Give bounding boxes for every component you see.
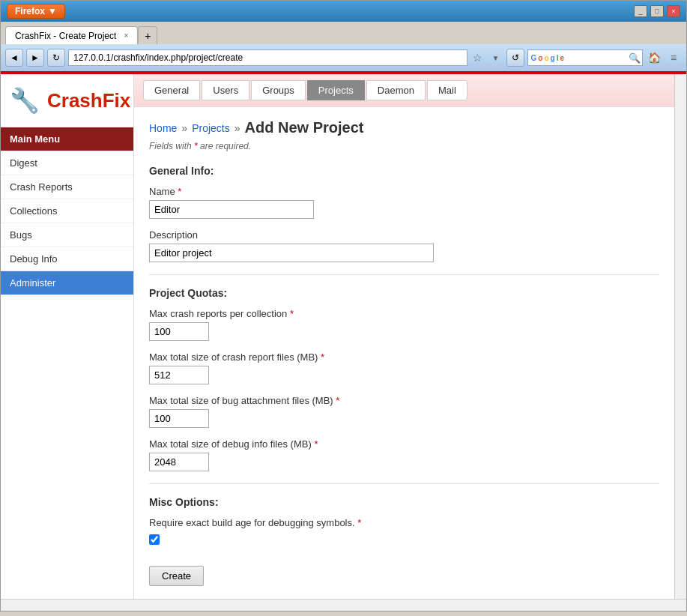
- title-bar: Firefox ▼ _ □ ×: [1, 1, 686, 22]
- max-bug-input[interactable]: [149, 409, 209, 428]
- new-tab-button[interactable]: +: [138, 26, 157, 44]
- description-label: Description: [149, 229, 659, 241]
- bookmark-star-icon[interactable]: ☆: [470, 49, 485, 66]
- sidebar-item-debug-info[interactable]: Debug Info: [1, 247, 133, 271]
- browser-tab-active[interactable]: CrashFix - Create Project ×: [5, 26, 138, 44]
- firefox-button[interactable]: Firefox ▼: [7, 4, 65, 19]
- max-debug-label: Max total size of debug info files (MB) …: [149, 438, 659, 450]
- required-note: Fields with * are required.: [149, 141, 659, 151]
- breadcrumb-sep1: »: [181, 122, 187, 134]
- tab-mail[interactable]: Mail: [427, 80, 467, 100]
- logo-area: 🔧 CrashFix: [1, 74, 133, 127]
- address-bar-area: ◄ ► ↻ ☆ ▼ ↺ Google 🔍 🏠 ≡: [1, 44, 686, 71]
- create-button[interactable]: Create: [149, 566, 204, 586]
- back-button[interactable]: ◄: [5, 49, 23, 67]
- browser-window: Firefox ▼ _ □ × CrashFix - Create Projec…: [0, 0, 687, 612]
- description-field-group: Description: [149, 229, 659, 262]
- address-input[interactable]: [68, 49, 467, 66]
- require-build-checkbox[interactable]: [149, 534, 160, 545]
- max-total-size-label: Max total size of crash report files (MB…: [149, 351, 659, 363]
- sidebar-item-main-menu[interactable]: Main Menu: [1, 127, 133, 151]
- divider-2: [149, 483, 659, 484]
- content-area: 🔧 CrashFix Main Menu Digest Crash Report…: [1, 74, 686, 599]
- minimize-button[interactable]: _: [634, 5, 647, 17]
- search-submit-icon[interactable]: 🔍: [627, 52, 642, 64]
- name-required-star: *: [178, 186, 181, 197]
- maximize-button[interactable]: □: [650, 5, 664, 17]
- required-star: *: [194, 141, 198, 151]
- tab-title: CrashFix - Create Project: [15, 31, 116, 41]
- max-debug-star: *: [314, 438, 318, 450]
- max-bug-star: *: [336, 395, 339, 406]
- name-label: Name *: [149, 186, 659, 197]
- breadcrumb-home-link[interactable]: Home: [149, 122, 177, 134]
- horizontal-scrollbar[interactable]: [1, 599, 686, 611]
- max-total-star: *: [321, 351, 324, 363]
- breadcrumb-sep2: »: [234, 122, 240, 134]
- search-area: Google 🔍: [527, 49, 643, 66]
- sidebar-item-bugs[interactable]: Bugs: [1, 223, 133, 247]
- require-build-group: Require exact build age for debugging sy…: [149, 517, 659, 545]
- search-engine-label: Google: [528, 54, 567, 62]
- quotas-header: Project Quotas:: [149, 287, 659, 299]
- description-input[interactable]: [149, 244, 434, 262]
- tab-daemon[interactable]: Daemon: [366, 80, 426, 100]
- max-crash-label: Max crash reports per collection *: [149, 308, 659, 319]
- tab-users[interactable]: Users: [202, 80, 249, 100]
- tab-groups[interactable]: Groups: [251, 80, 306, 100]
- sidebar: 🔧 CrashFix Main Menu Digest Crash Report…: [1, 74, 134, 599]
- general-info-header: General Info:: [149, 165, 659, 177]
- breadcrumb-projects-link[interactable]: Projects: [192, 122, 230, 134]
- search-input[interactable]: [567, 50, 627, 65]
- top-tabs: General Users Groups Projects Daemon Mai…: [134, 74, 674, 107]
- require-build-checkbox-row: [149, 534, 659, 545]
- max-total-size-group: Max total size of crash report files (MB…: [149, 351, 659, 384]
- page-title: Add New Project: [245, 119, 364, 136]
- tab-bar: CrashFix - Create Project × +: [1, 22, 686, 44]
- max-bug-group: Max total size of bug attachment files (…: [149, 395, 659, 428]
- reload-button[interactable]: ↺: [506, 49, 524, 67]
- firefox-dropdown-icon: ▼: [48, 6, 57, 16]
- close-button[interactable]: ×: [667, 5, 680, 17]
- sidebar-item-crash-reports[interactable]: Crash Reports: [1, 175, 133, 199]
- refresh-dropdown-icon[interactable]: ▼: [488, 49, 503, 66]
- sidebar-nav: Main Menu Digest Crash Reports Collectio…: [1, 127, 133, 295]
- browser-menu-button[interactable]: ≡: [665, 49, 682, 66]
- refresh-button[interactable]: ↻: [47, 49, 65, 67]
- tab-close-icon[interactable]: ×: [124, 31, 128, 40]
- name-input[interactable]: [149, 200, 314, 219]
- tab-projects[interactable]: Projects: [307, 80, 365, 100]
- max-crash-input[interactable]: [149, 322, 209, 341]
- max-total-size-input[interactable]: [149, 366, 209, 384]
- main-panel: General Users Groups Projects Daemon Mai…: [134, 74, 674, 599]
- sidebar-item-digest[interactable]: Digest: [1, 151, 133, 175]
- require-build-star: *: [357, 517, 361, 528]
- max-debug-group: Max total size of debug info files (MB) …: [149, 438, 659, 471]
- divider-1: [149, 274, 659, 275]
- firefox-label: Firefox: [15, 6, 45, 16]
- page-content: Home » Projects » Add New Project Fields…: [134, 107, 674, 598]
- sidebar-item-administer[interactable]: Administer: [1, 271, 133, 295]
- require-build-label: Require exact build age for debugging sy…: [149, 517, 659, 528]
- vertical-scrollbar[interactable]: [674, 74, 686, 599]
- misc-header: Misc Options:: [149, 496, 659, 508]
- tab-general[interactable]: General: [143, 80, 200, 100]
- forward-button[interactable]: ►: [26, 49, 44, 67]
- logo-wrench-icon: 🔧: [10, 86, 40, 115]
- max-debug-input[interactable]: [149, 453, 209, 471]
- sidebar-item-collections[interactable]: Collections: [1, 199, 133, 223]
- logo-text: CrashFix: [47, 89, 130, 112]
- breadcrumb: Home » Projects » Add New Project: [149, 119, 659, 136]
- max-bug-label: Max total size of bug attachment files (…: [149, 395, 659, 406]
- name-field-group: Name *: [149, 186, 659, 219]
- home-button[interactable]: 🏠: [646, 49, 662, 66]
- max-crash-group: Max crash reports per collection *: [149, 308, 659, 341]
- max-crash-star: *: [290, 308, 294, 319]
